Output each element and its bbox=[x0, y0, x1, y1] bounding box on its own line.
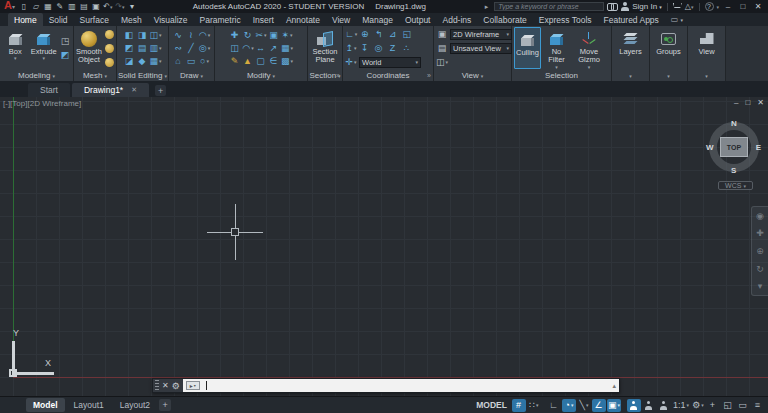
draw-panel-label[interactable]: Draw▾ bbox=[169, 70, 214, 81]
plot-icon[interactable]: ▣ bbox=[91, 0, 101, 14]
ucs-origin-icon[interactable]: ↥▾ bbox=[345, 42, 357, 55]
ribbon-display-toggle[interactable]: ▭▾ bbox=[671, 13, 683, 26]
tab-view[interactable]: View bbox=[326, 13, 356, 26]
polysolid-icon[interactable]: ◩ bbox=[59, 49, 71, 62]
polyline-icon[interactable]: ∿ bbox=[173, 29, 185, 42]
wcs-dropdown[interactable]: WCS▾ bbox=[718, 181, 753, 190]
file-tab-close-icon[interactable]: ✕ bbox=[131, 86, 137, 94]
search-binoculars-icon[interactable] bbox=[607, 3, 618, 10]
mirror-icon[interactable]: ◫ bbox=[229, 42, 241, 55]
autodesk-app-icon[interactable]: △▾ bbox=[685, 2, 694, 11]
recent-commands-icon[interactable]: ▴ bbox=[612, 382, 616, 390]
trim-icon[interactable]: ✂▾ bbox=[255, 29, 267, 42]
isolate-objects-icon[interactable]: ◱ bbox=[721, 399, 735, 412]
thicken-icon[interactable]: ◫▾ bbox=[149, 29, 161, 42]
ucs-world-icon[interactable]: ⊕ bbox=[359, 28, 371, 41]
mesh-panel-label[interactable]: Mesh▾ bbox=[74, 70, 116, 81]
help-icon[interactable]: ? bbox=[705, 2, 714, 11]
tab-addins[interactable]: Add-ins bbox=[436, 13, 477, 26]
drawing-viewport[interactable]: [-][Top][2D Wireframe] – □ ✕ N S W E TOP… bbox=[0, 97, 768, 396]
views-panel-expander[interactable]: ▾ bbox=[688, 70, 725, 81]
ortho-mode-icon[interactable]: ∟ bbox=[547, 399, 561, 412]
search-input[interactable] bbox=[494, 2, 604, 11]
extrude-tool-button[interactable]: Extrude ▾ bbox=[31, 27, 58, 69]
rectangle-icon[interactable]: ▭ bbox=[186, 55, 198, 68]
viewcube-top-face[interactable]: TOP bbox=[720, 137, 748, 157]
sign-in-button[interactable]: Sign In ▾ bbox=[632, 2, 662, 11]
array-icon[interactable]: ▦▾ bbox=[281, 42, 293, 55]
tab-solid[interactable]: Solid bbox=[43, 13, 74, 26]
view-panel-label[interactable]: View▾ bbox=[434, 70, 511, 81]
command-line-bar[interactable]: ✕ ⚙ ▸▾ ▴ bbox=[152, 378, 620, 393]
pan-icon[interactable]: ✚ bbox=[756, 228, 764, 238]
culling-button[interactable]: Culling bbox=[514, 27, 541, 69]
annotation-scale-button[interactable]: 1:1▾ bbox=[672, 399, 690, 412]
modify-panel-label[interactable]: Modify▾ bbox=[215, 70, 307, 81]
copy-icon[interactable]: ▣ bbox=[268, 29, 280, 42]
interfere-icon[interactable]: ▤ bbox=[136, 42, 148, 55]
undo-icon[interactable]: ↶▾ bbox=[103, 0, 113, 14]
redo-icon[interactable]: ↷▾ bbox=[115, 0, 125, 14]
navbar-more-icon[interactable]: ▾ bbox=[758, 281, 763, 291]
minimize-button[interactable]: – bbox=[722, 2, 734, 11]
shell-icon[interactable]: ▥▾ bbox=[149, 42, 161, 55]
modeling-panel-label[interactable]: Modeling▾ bbox=[0, 70, 73, 81]
box-tool-button[interactable]: Box ▾ bbox=[2, 27, 29, 69]
presspull-icon[interactable]: ◳ bbox=[59, 35, 71, 48]
tab-visualize[interactable]: Visualize bbox=[148, 13, 194, 26]
fillet-icon[interactable]: ◠▾ bbox=[242, 42, 254, 55]
arc-icon[interactable]: ◠▾ bbox=[199, 29, 211, 42]
solid-subtract-icon[interactable]: ◩ bbox=[123, 42, 135, 55]
new-file-icon[interactable]: ▯ bbox=[19, 0, 29, 14]
command-customize-wrench-icon[interactable]: ⚙ bbox=[172, 381, 180, 391]
tab-manage[interactable]: Manage bbox=[356, 13, 399, 26]
ucs-3point-icon[interactable]: ∴ bbox=[401, 42, 413, 55]
save-all-icon[interactable]: ▥ bbox=[67, 0, 77, 14]
imprint-icon[interactable]: ◆ bbox=[136, 55, 148, 68]
qat-customize-icon[interactable]: ▾ bbox=[127, 0, 137, 14]
smooth-object-button[interactable]: Smooth Object bbox=[76, 27, 102, 69]
solid-union-icon[interactable]: ◧ bbox=[123, 29, 135, 42]
ucs-object-icon[interactable]: ⊿ bbox=[387, 28, 399, 41]
move-gizmo-button[interactable]: Move Gizmo ▾ bbox=[572, 27, 606, 69]
annotation-visibility-icon[interactable] bbox=[627, 399, 641, 412]
viewport-controls-label[interactable]: [-][Top][2D Wireframe] bbox=[3, 99, 81, 108]
view-cube[interactable]: N S W E TOP bbox=[706, 119, 762, 175]
app-store-cart-icon[interactable] bbox=[673, 3, 682, 8]
open-file-icon[interactable]: ▱ bbox=[31, 0, 41, 14]
polygon-icon[interactable]: ⌂ bbox=[173, 55, 185, 68]
groups-button[interactable]: Groups bbox=[652, 27, 685, 69]
command-close-icon[interactable]: ✕ bbox=[162, 381, 169, 390]
section-panel-label[interactable]: Section▾» bbox=[308, 70, 342, 81]
tab-express-tools[interactable]: Express Tools bbox=[533, 13, 598, 26]
snap-mode-icon[interactable]: ∷▾ bbox=[527, 399, 541, 412]
tab-parametric[interactable]: Parametric bbox=[194, 13, 247, 26]
more-modify-icon[interactable]: ▩▾ bbox=[281, 55, 293, 68]
layout2-tab[interactable]: Layout2 bbox=[113, 398, 157, 412]
ucs-z-rotate-icon[interactable]: Z bbox=[387, 42, 399, 55]
view-button[interactable]: View bbox=[690, 27, 723, 69]
line-icon[interactable]: ╱ bbox=[186, 42, 198, 55]
spline-icon[interactable]: ∾ bbox=[173, 42, 185, 55]
file-tab-start[interactable]: Start bbox=[28, 83, 70, 97]
viewcube-west[interactable]: W bbox=[706, 143, 714, 152]
command-drag-handle[interactable] bbox=[155, 380, 159, 391]
groups-panel-expander[interactable]: ▾ bbox=[650, 70, 687, 81]
layout1-tab[interactable]: Layout1 bbox=[67, 398, 111, 412]
scale-icon[interactable]: ↗ bbox=[268, 42, 280, 55]
separate-icon[interactable]: ▦▾ bbox=[149, 55, 161, 68]
command-input[interactable]: ▸▾ ▴ bbox=[183, 379, 619, 392]
ucs-view-icon[interactable]: ◎ bbox=[373, 42, 385, 55]
viewcube-south[interactable]: S bbox=[731, 166, 736, 175]
move-icon[interactable]: ✚ bbox=[229, 29, 241, 42]
tab-featured-apps[interactable]: Featured Apps bbox=[598, 13, 665, 26]
file-tab-drawing1[interactable]: Drawing1*✕ bbox=[72, 83, 149, 97]
coordinates-dialog-launcher-icon[interactable]: » bbox=[427, 72, 431, 79]
tab-insert[interactable]: Insert bbox=[247, 13, 280, 26]
viewcube-east[interactable]: E bbox=[756, 143, 761, 152]
named-view-select[interactable]: Unsaved View▾ bbox=[450, 43, 512, 54]
tab-mesh[interactable]: Mesh bbox=[115, 13, 148, 26]
smooth-less-icon[interactable] bbox=[104, 42, 116, 55]
measure-icon[interactable]: ▲ bbox=[242, 55, 254, 68]
explode-icon[interactable]: ✶▾ bbox=[281, 29, 293, 42]
